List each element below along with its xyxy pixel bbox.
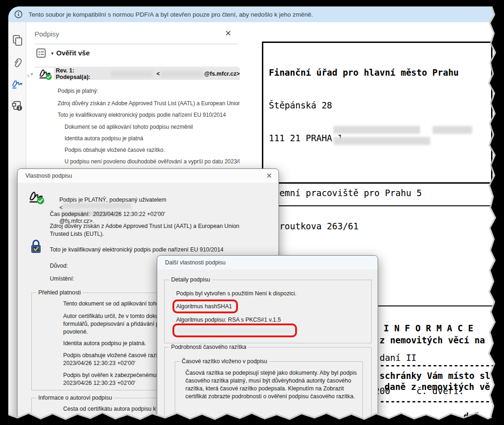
pages-icon[interactable] — [12, 34, 24, 46]
signature-detail: Identita autora podpisu je platná — [65, 135, 143, 142]
reason-label: Důvod: — [50, 263, 68, 269]
document-info-icon[interactable] — [12, 100, 24, 112]
signature-valid-icon — [29, 190, 45, 205]
group-label: Informace o autorovi podpisu — [36, 395, 114, 401]
dialog-title-bar[interactable]: Další vlastnosti podpisu — [157, 256, 378, 269]
divider — [35, 44, 238, 44]
redacted-signer-email — [161, 71, 203, 77]
panel-notch-icon: ‹ — [27, 72, 29, 79]
signature-detail: Podpis je platný: — [58, 88, 98, 94]
document-rule — [251, 205, 500, 206]
signature-detail: U podpisu není povoleno dlouhodobé ověřo… — [65, 158, 240, 165]
panel-title: Podpisy — [35, 30, 59, 38]
doc-fragment: daně z nemovitých vě — [385, 382, 490, 393]
validity-line: Identita autora podpisu je platná. — [63, 340, 146, 347]
chevron-down-icon[interactable]: ⌄ — [30, 70, 34, 76]
redacted-text — [433, 126, 472, 134]
doc-line: Štěpánská 28 — [269, 100, 464, 111]
acrobat-window: Finanční úřad pro hlavní město Prahu Ště… — [8, 6, 504, 425]
group-label: Detaily podpisu — [169, 276, 212, 283]
group-label: Přehled platnosti — [36, 289, 83, 296]
doc-fragment: z nemovitých věcí na — [379, 335, 485, 346]
doc-line: Peroutkova 263/61 — [269, 221, 464, 232]
signature-valid-icon — [39, 68, 53, 81]
signing-time: Čas podepsání: 2023/04/26 12:30:22 +02'0… — [50, 211, 165, 217]
pdfa-notification-bar: Tento soubor je kompatibilní s normou PD… — [8, 6, 504, 22]
validity-line: 2023/04/26 12:30:23 +02'00' — [63, 360, 136, 366]
validity-line: Podpis byl ověřen k zabezpečenému č — [63, 372, 161, 378]
signature-detail: Podpis obsahuje vložené časové razítko. — [65, 147, 165, 153]
signature-details-group: Detaily podpisu Podpis byl vytvořen s po… — [164, 280, 372, 343]
dialog-title: Vlastnosti podpisu — [25, 173, 72, 179]
rev-email-suffix: @fs.mfcr.cz> — [204, 71, 240, 77]
timestamp-description: Časová razítka se podepisují stejně jako… — [185, 369, 360, 401]
rev-label: Rev. 1: Podepsal(a): — [56, 67, 107, 80]
screenshot-root: { "colors": { "banner_bg": "#cfe4f6", "a… — [0, 0, 504, 425]
dialog-title: Další vlastnosti podpisu — [165, 259, 225, 266]
author-line: Cesta od certifikátu autora podpisu k — [63, 406, 156, 412]
timestamp-details-group: Podrobnosti časového razítka Časové razí… — [164, 347, 372, 425]
signature-pen-icon[interactable] — [12, 78, 24, 90]
validity-line: 2023/04/26 12:30:23 +02'00' — [63, 380, 136, 386]
signature-list-options-icon[interactable] — [36, 48, 46, 58]
close-icon[interactable]: ✕ — [266, 172, 272, 180]
redacted-text — [333, 126, 420, 134]
doc-dashed-line: ----------------------- — [379, 396, 501, 407]
doc-dashed-line: ----------------------- — [379, 360, 501, 371]
trust-source-line1: Zdroj důvěry získán z Adobe Approved Tru… — [50, 223, 239, 229]
redacted-signer-name — [111, 71, 153, 77]
hash-algorithm-line: Algoritmus hashSHA1 — [176, 303, 232, 310]
info-circle-icon — [14, 10, 23, 18]
location-label: Umístění: — [50, 275, 74, 282]
verify-all-button[interactable]: ▼ Ověřit vše — [36, 49, 90, 57]
redacted-value-highlight — [172, 323, 297, 337]
trust-source-line2: Trusted Lists (EUTL). — [50, 231, 104, 237]
dropdown-caret-icon[interactable]: ▼ — [50, 51, 54, 56]
banner-message: Tento soubor je kompatibilní s normou PD… — [29, 11, 313, 18]
doc-line: Finanční úřad pro hlavní město Prahu — [269, 67, 464, 78]
signature-detail: Toto je kvalifikovaný elektronický podpi… — [58, 112, 226, 118]
timestamp-embedded-group: Časové razítko vloženo v podpisu Časová … — [175, 361, 363, 424]
rev-lt: < — [156, 71, 160, 77]
close-icon[interactable]: ✕ — [225, 29, 231, 38]
qualified-line: Toto je kvalifikovaný elektronický podpi… — [50, 246, 224, 253]
doc-informace-heading: I N F O R M A C E — [384, 323, 473, 334]
redacted-text — [333, 137, 430, 145]
validity-line: Tento dokument se od aplikování toho — [63, 300, 160, 307]
doc-fragment: schránky Vám místo sl — [379, 371, 490, 382]
dialog-title-bar[interactable]: Vlastnosti podpisu ✕ — [18, 169, 279, 183]
paperclip-icon[interactable] — [12, 57, 24, 69]
doc-fragment: daň — [463, 411, 479, 422]
group-label: Časové razítko vloženo v podpisu — [180, 358, 269, 365]
validity-line: formulářů, podepisování a přidávání p — [63, 321, 159, 327]
validity-line: povolené. — [63, 329, 88, 335]
signature-algorithm-line: Algoritmus podpisu: RSA s PKCS#1 v.1.5 — [176, 317, 281, 323]
validity-line: Autor certifikátu určil, že v tomto doku — [63, 313, 159, 319]
signature-detail: Zdroj důvěry získán z Adobe Approved Tru… — [58, 100, 240, 107]
group-label: Podrobnosti časového razítka — [169, 344, 248, 350]
signature-rev-row[interactable]: Rev. 1: Podepsal(a): < @fs.mfcr.cz> — [54, 68, 240, 80]
verify-all-label: Ověřit vše — [56, 49, 90, 57]
signature-detail: Dokument se od aplikování tohoto podpisu… — [65, 124, 193, 130]
additional-signature-properties-dialog: Další vlastnosti podpisu Detaily podpisu… — [157, 255, 378, 425]
qualified-lock-icon — [30, 239, 42, 256]
validity-line: Podpis obsahuje vložené časové razítk — [63, 352, 162, 359]
doc-line: Územní pracoviště pro Prahu 5 — [269, 188, 464, 199]
created-with-line: Podpis byl vytvořen s použitím Není k di… — [176, 290, 296, 297]
